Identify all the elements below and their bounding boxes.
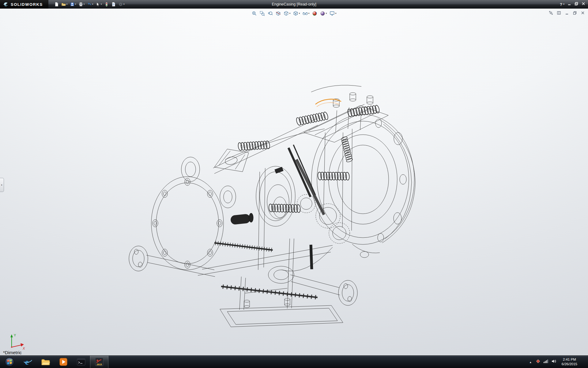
display-style-icon xyxy=(293,11,298,16)
chevron-down-icon[interactable]: ▾ xyxy=(563,3,564,6)
title-bar: SOLIDWORKS ▾ xyxy=(0,0,588,9)
open-button[interactable]: ▾ xyxy=(60,1,69,8)
fit-window-button[interactable] xyxy=(549,11,553,16)
file-properties-button[interactable] xyxy=(110,1,117,8)
chevron-down-icon[interactable]: ▾ xyxy=(75,3,76,6)
doc-minimize-icon xyxy=(565,11,569,15)
view-orientation-cube-icon xyxy=(283,11,289,16)
doc-close-icon xyxy=(581,11,585,15)
chevron-down-icon[interactable]: ▾ xyxy=(326,12,327,15)
chevron-down-icon[interactable]: ▾ xyxy=(299,12,300,15)
windows-orb-icon xyxy=(5,357,14,367)
app-name: SOLIDWORKS xyxy=(11,2,43,7)
chevron-down-icon[interactable]: ▾ xyxy=(289,12,290,15)
save-button[interactable]: ▾ xyxy=(69,1,77,8)
console-window-icon xyxy=(77,358,86,366)
taskbar-item-media-player[interactable] xyxy=(55,356,72,368)
pane-layout-button[interactable] xyxy=(557,11,561,16)
file-properties-icon xyxy=(111,2,116,7)
help-label: ? xyxy=(560,2,562,7)
featuremanager-collapse-tab[interactable]: ▸ xyxy=(0,178,4,192)
y-axis-arrow-icon[interactable] xyxy=(10,334,13,337)
chevron-down-icon[interactable]: ▾ xyxy=(335,12,337,15)
solidworks-app-icon: 2015 xyxy=(95,357,104,366)
clock-date: 6/26/2015 xyxy=(562,362,577,366)
heads-up-view-toolbar: ▾ ▾ ▾ xyxy=(251,10,337,17)
minimize-button[interactable] xyxy=(567,2,571,7)
chevron-down-icon[interactable]: ▾ xyxy=(84,3,85,6)
solidworks-version-badge: 2015 xyxy=(97,363,102,366)
printer-icon xyxy=(78,2,83,7)
options-button[interactable]: ▾ xyxy=(117,1,126,8)
select-cursor-icon xyxy=(96,2,100,7)
orientation-triad[interactable]: Y X xyxy=(7,332,27,351)
zoom-to-fit-icon xyxy=(251,11,257,16)
volume-icon[interactable] xyxy=(551,359,556,365)
start-button[interactable] xyxy=(0,356,19,368)
appearance-sphere-icon xyxy=(312,11,318,16)
chevron-down-icon[interactable]: ▾ xyxy=(308,12,309,15)
clock-time: 2:41 PM xyxy=(562,357,577,362)
y-axis-label: Y xyxy=(14,333,16,337)
previous-view-button[interactable] xyxy=(266,10,274,17)
taskbar-item-internet-explorer[interactable]: e xyxy=(19,356,37,368)
document-title: EngineCasing [Read-only] xyxy=(272,0,316,9)
internet-explorer-icon: e xyxy=(23,357,32,366)
help-button[interactable]: ? ▾ xyxy=(560,2,564,7)
restore-button[interactable] xyxy=(574,2,579,7)
glasses-icon xyxy=(302,11,308,16)
taskbar-item-file-explorer[interactable] xyxy=(37,356,55,368)
view-settings-button[interactable]: ▾ xyxy=(329,10,337,17)
solidworks-window: SOLIDWORKS ▾ xyxy=(0,0,588,368)
undo-button[interactable]: ▾ xyxy=(86,1,94,8)
title-bar-controls: ? ▾ xyxy=(560,0,586,9)
options-gear-icon xyxy=(118,2,123,7)
zoom-to-area-icon xyxy=(259,11,265,16)
hide-show-items-button[interactable]: ▾ xyxy=(301,10,310,17)
tray-app-icon[interactable] xyxy=(536,359,540,365)
new-document-icon xyxy=(54,2,59,7)
chevron-down-icon[interactable]: ▾ xyxy=(123,3,125,6)
taskbar-clock[interactable]: 2:41 PM 6/26/2015 xyxy=(559,357,580,366)
edit-appearance-button[interactable] xyxy=(311,10,318,17)
chevron-down-icon[interactable]: ▾ xyxy=(101,3,102,6)
close-button[interactable] xyxy=(581,2,586,7)
view-orientation-button[interactable]: ▾ xyxy=(282,10,291,17)
network-icon[interactable] xyxy=(543,359,548,365)
apply-scene-button[interactable]: ▾ xyxy=(319,10,328,17)
rebuild-traffic-light-icon xyxy=(104,2,109,7)
new-document-button[interactable] xyxy=(53,1,60,8)
taskbar-item-command-window[interactable] xyxy=(72,356,90,368)
chevron-down-icon[interactable]: ▾ xyxy=(66,3,68,6)
view-settings-icon xyxy=(330,11,335,16)
undo-arrow-icon xyxy=(87,2,92,7)
x-axis-label: X xyxy=(22,347,25,350)
doc-close-button[interactable] xyxy=(581,11,585,16)
fit-window-icon xyxy=(549,11,553,15)
wireframe-model[interactable] xyxy=(0,9,588,356)
zoom-to-area-button[interactable] xyxy=(258,10,266,17)
zoom-to-fit-button[interactable] xyxy=(251,10,258,17)
print-button[interactable]: ▾ xyxy=(77,1,86,8)
view-orientation-label: *Dimetric xyxy=(3,350,22,355)
doc-restore-icon xyxy=(573,11,577,15)
taskbar-item-solidworks-2015[interactable]: 2015 xyxy=(90,356,108,368)
display-style-button[interactable]: ▾ xyxy=(292,10,301,17)
select-button[interactable]: ▾ xyxy=(95,1,103,8)
previous-view-icon xyxy=(267,11,273,16)
folder-icon xyxy=(41,358,50,366)
windows-taskbar: e xyxy=(0,355,588,368)
show-hidden-icons-button[interactable]: ▴ xyxy=(528,360,533,364)
doc-minimize-button[interactable] xyxy=(565,11,569,16)
pane-layout-icon xyxy=(557,11,561,15)
rebuild-button[interactable] xyxy=(103,1,110,8)
chevron-down-icon[interactable]: ▾ xyxy=(92,3,93,6)
media-player-icon xyxy=(59,358,68,366)
doc-restore-button[interactable] xyxy=(573,11,577,16)
scene-sphere-icon xyxy=(320,11,326,16)
solidworks-logo: SOLIDWORKS xyxy=(0,0,48,9)
graphics-area[interactable]: ▾ ▾ ▾ xyxy=(0,9,588,356)
svg-text:e: e xyxy=(25,358,29,366)
section-view-button[interactable] xyxy=(274,10,282,17)
x-axis-arrow-icon[interactable] xyxy=(21,343,24,347)
